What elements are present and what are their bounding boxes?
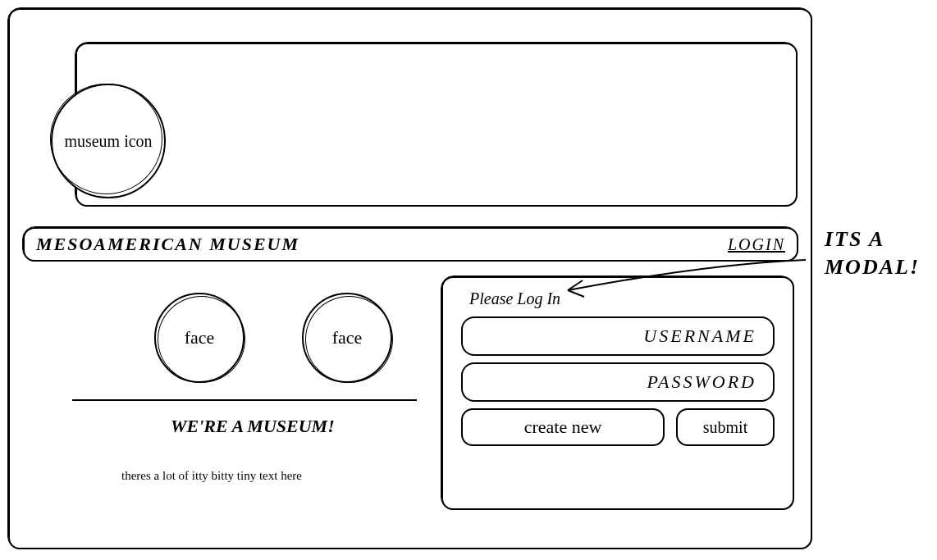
content-area: face face WE'RE A MUSEUM! theres a lot o… xyxy=(23,268,798,539)
face-icon-label: face xyxy=(185,327,215,348)
username-placeholder: USERNAME xyxy=(643,326,756,347)
annotation-label: ITS A MODAL! xyxy=(825,225,937,281)
page-card: museum icon MESOAMERICAN MUSEUM LOGIN fa… xyxy=(8,8,812,549)
modal-button-row: create new submit xyxy=(461,408,775,446)
create-new-button[interactable]: create new xyxy=(461,408,665,446)
face-icon: face xyxy=(154,293,245,383)
username-field[interactable]: USERNAME xyxy=(461,316,775,356)
modal-title: Please Log In xyxy=(469,289,778,308)
face-icon-label: face xyxy=(332,327,363,348)
submit-button[interactable]: submit xyxy=(676,408,775,446)
login-modal: Please Log In USERNAME PASSWORD create n… xyxy=(441,276,794,510)
brand-title: MESOAMERICAN MUSEUM xyxy=(36,234,728,255)
nav-bar: MESOAMERICAN MUSEUM LOGIN xyxy=(23,227,798,262)
face-icon: face xyxy=(302,293,392,383)
password-placeholder: PASSWORD xyxy=(647,371,756,393)
divider xyxy=(72,399,417,401)
hero-banner xyxy=(75,43,798,207)
password-field[interactable]: PASSWORD xyxy=(461,362,775,402)
login-link[interactable]: LOGIN xyxy=(728,235,785,254)
museum-icon-label: museum icon xyxy=(64,131,152,151)
museum-icon: museum icon xyxy=(51,84,166,198)
welcome-subtext: theres a lot of itty bitty tiny text her… xyxy=(121,469,302,483)
welcome-heading: WE'RE A MUSEUM! xyxy=(171,416,335,437)
create-new-label: create new xyxy=(524,417,602,438)
submit-label: submit xyxy=(703,418,747,437)
